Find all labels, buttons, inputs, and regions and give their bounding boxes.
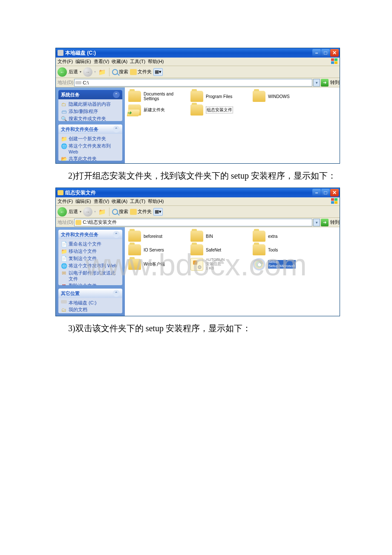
folder-item[interactable]: WINDOWS	[253, 91, 309, 102]
folders-label[interactable]: 文件夹	[138, 208, 152, 215]
menu-bar: 文件(F) 编辑(E) 查看(V) 收藏(A) 工具(T) 帮助(H)	[56, 58, 340, 66]
folder-icon	[75, 220, 81, 225]
folder-item[interactable]: Program Files	[190, 91, 247, 102]
autorun-item[interactable]: AUTORUN安装信息1 KB	[190, 258, 247, 271]
view-mode-button[interactable]: ▦▾	[153, 208, 163, 216]
back-label[interactable]: 后退	[69, 69, 78, 75]
panel-title: 文件和文件夹任务	[61, 126, 98, 133]
collapse-icon[interactable]: ⌃	[113, 290, 120, 297]
folder-item[interactable]: IO Servers	[128, 244, 184, 255]
menu-fav[interactable]: 收藏(A)	[112, 198, 127, 205]
up-folder-icon[interactable]: 📁	[98, 69, 106, 75]
collapse-icon[interactable]: ⌃	[113, 126, 120, 133]
task-newfolder[interactable]: 📁创建一个新文件夹	[61, 136, 120, 143]
folder-item[interactable]: BIN	[190, 231, 247, 242]
go-button[interactable]: ➜	[321, 79, 329, 87]
svg-rect-4	[331, 198, 334, 201]
go-label[interactable]: 转到	[330, 79, 340, 86]
go-label[interactable]: 转到	[330, 219, 340, 225]
task-publish[interactable]: 🌐将这个文件夹发布到 Web	[61, 143, 120, 156]
folder-item[interactable]: Tools	[253, 244, 309, 255]
svg-rect-2	[331, 61, 334, 64]
folder-item[interactable]: extra	[253, 231, 309, 242]
folder-item[interactable]: 新建文件夹	[128, 104, 184, 116]
file-tasks-panel: 文件和文件夹任务⌃ 📁创建一个新文件夹 🌐将这个文件夹发布到 Web 📂共享此文…	[58, 124, 122, 161]
task-share[interactable]: 📂共享此文件夹	[61, 156, 120, 161]
close-button[interactable]: ✕	[330, 189, 339, 197]
address-field[interactable]: C:\	[74, 79, 312, 87]
address-path: C:\组态安装文件	[83, 219, 117, 225]
task-delete[interactable]: ✖删除这个文件	[61, 283, 120, 286]
folder-open-icon	[128, 104, 141, 116]
task-rename[interactable]: 📄重命名这个文件	[61, 241, 120, 248]
task-publish[interactable]: 🌐将这个文件发布到 Web	[61, 263, 120, 270]
forward-button[interactable]: →	[83, 207, 92, 217]
menu-tools[interactable]: 工具(T)	[130, 198, 145, 205]
menu-help[interactable]: 帮助(H)	[148, 58, 164, 65]
place-mydocs[interactable]: 🗂我的文档	[61, 306, 120, 313]
menu-file[interactable]: 文件(F)	[58, 198, 73, 205]
folder-item[interactable]: SafeNet	[190, 244, 247, 255]
close-button[interactable]: ✕	[330, 49, 339, 57]
folder-icon	[128, 259, 141, 270]
go-button[interactable]: ➜	[321, 219, 329, 226]
folder-item[interactable]: 组态安装文件	[190, 104, 247, 116]
menu-help[interactable]: 帮助(H)	[148, 198, 164, 205]
address-dropdown[interactable]: ▾	[313, 79, 320, 87]
task-search[interactable]: 🔍搜索文件或文件夹	[61, 116, 120, 121]
folder-item[interactable]: beforeinst	[128, 231, 184, 242]
folder-icon	[58, 190, 63, 195]
folder-content: Documents and Settings Program Files WIN…	[125, 87, 340, 163]
task-addremove[interactable]: 🗃添加/删除程序	[61, 108, 120, 116]
titlebar: 组态安装文件 – □ ✕	[56, 188, 340, 197]
menu-edit[interactable]: 编辑(E)	[75, 198, 91, 205]
window-title: 本地磁盘 (C:)	[65, 49, 96, 57]
maximize-button[interactable]: □	[321, 189, 330, 197]
up-folder-icon[interactable]: 📁	[98, 208, 106, 215]
disk-icon	[75, 81, 81, 84]
search-label[interactable]: 搜索	[119, 208, 128, 215]
task-email[interactable]: ✉以电子邮件形式发送此文件	[61, 270, 120, 283]
folders-label[interactable]: 文件夹	[138, 69, 152, 75]
menu-tools[interactable]: 工具(T)	[130, 58, 145, 65]
menu-view[interactable]: 查看(V)	[94, 58, 110, 65]
tasks-sidebar: 系统任务⌃ 🗀隐藏此驱动器的内容 🗃添加/删除程序 🔍搜索文件或文件夹 文件和文…	[56, 87, 125, 163]
forward-button[interactable]: →	[83, 67, 92, 77]
back-label[interactable]: 后退	[69, 208, 78, 215]
task-hide[interactable]: 🗀隐藏此驱动器的内容	[61, 101, 120, 108]
place-localdisk[interactable]: 本地磁盘 (C:)	[61, 300, 120, 306]
menu-fav[interactable]: 收藏(A)	[112, 58, 127, 65]
folder-item[interactable]: Documents and Settings	[128, 91, 184, 102]
titlebar: 本地磁盘 (C:) – □ ✕	[56, 48, 340, 58]
folder-item[interactable]: Web客户端	[128, 258, 184, 271]
address-dropdown[interactable]: ▾	[313, 219, 320, 226]
folder-icon	[190, 244, 203, 255]
view-mode-button[interactable]: ▦▾	[153, 68, 163, 76]
system-tasks-panel: 系统任务⌃ 🗀隐藏此驱动器的内容 🗃添加/删除程序 🔍搜索文件或文件夹	[58, 90, 122, 121]
setup-item[interactable]: SetupSetup Microsoft	[253, 258, 309, 271]
folder-icon	[253, 244, 265, 255]
task-copy[interactable]: 📄复制这个文件	[61, 255, 120, 263]
minimize-button[interactable]: –	[312, 49, 321, 57]
menu-edit[interactable]: 编辑(E)	[75, 58, 91, 65]
windows-logo-icon	[331, 198, 338, 204]
folder-icon	[190, 91, 203, 102]
collapse-icon[interactable]: ⌃	[113, 231, 120, 238]
folder-icon	[190, 231, 203, 242]
task-move[interactable]: 📁移动这个文件	[61, 248, 120, 255]
back-button[interactable]: ←	[58, 67, 67, 77]
collapse-icon[interactable]: ⌃	[113, 91, 120, 98]
svg-rect-7	[334, 201, 337, 204]
maximize-button[interactable]: □	[321, 49, 330, 57]
toolbar: ← 后退 ▾ → ▾ 📁 搜索 文件夹 ▦▾	[56, 206, 340, 218]
toolbar: ← 后退 ▾ → ▾ 📁 搜索 文件夹 ▦▾	[56, 66, 340, 78]
folder-icon	[128, 91, 141, 102]
search-label[interactable]: 搜索	[119, 69, 128, 75]
folder-icon	[190, 104, 203, 116]
minimize-button[interactable]: –	[312, 189, 321, 197]
address-field[interactable]: C:\组态安装文件	[74, 219, 312, 226]
back-button[interactable]: ←	[58, 207, 67, 217]
menu-file[interactable]: 文件(F)	[58, 58, 73, 65]
address-path: C:\	[83, 80, 89, 85]
menu-view[interactable]: 查看(V)	[94, 198, 110, 205]
